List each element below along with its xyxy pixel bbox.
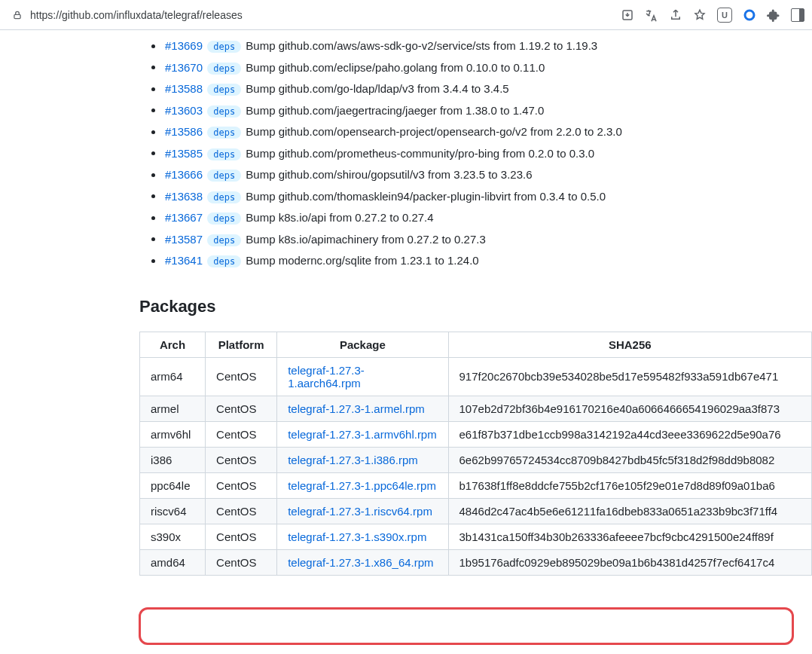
- changelog-list: #13669 deps Bump github.com/aws/aws-sdk-…: [165, 38, 812, 270]
- changelog-item: #13638 deps Bump github.com/thomasklein9…: [165, 188, 812, 206]
- extension-icon[interactable]: [743, 8, 756, 22]
- package-download-link[interactable]: telegraf-1.27.3-1.s390x.rpm: [288, 530, 426, 543]
- cell-sha256: 6e62b99765724534cc8709b8427bdb45fc5f318d…: [448, 447, 811, 472]
- cell-arch: armv6hl: [140, 421, 206, 447]
- changelog-item: #13587 deps Bump k8s.io/apimachinery fro…: [165, 231, 812, 249]
- table-row: ppc64leCentOStelegraf-1.27.3-1.ppc64le.r…: [140, 472, 812, 498]
- address-bar-url[interactable]: https://github.com/influxdata/telegraf/r…: [29, 9, 615, 21]
- changelog-item: #13603 deps Bump github.com/jaegertracin…: [165, 102, 812, 120]
- cell-platform: CentOS: [206, 421, 277, 447]
- cell-sha256: 1b95176adfc0929eb895029be09a1b6b4381d425…: [448, 549, 811, 575]
- deps-tag: deps: [207, 105, 241, 118]
- changelog-item: #13670 deps Bump github.com/eclipse/paho…: [165, 60, 812, 77]
- changelog-text: Bump k8s.io/api from 0.27.2 to 0.27.4: [243, 211, 433, 224]
- cell-package: telegraf-1.27.3-1.x86_64.rpm: [277, 549, 448, 575]
- issue-link[interactable]: #13587: [165, 233, 203, 246]
- deps-tag: deps: [207, 255, 241, 267]
- changelog-text: Bump github.com/opensearch-project/opens…: [243, 125, 622, 138]
- changelog-text: Bump github.com/prometheus-community/pro…: [243, 147, 594, 160]
- changelog-text: Bump github.com/eclipse/paho.golang from…: [243, 61, 545, 74]
- cell-package: telegraf-1.27.3-1.aarch64.rpm: [277, 357, 448, 396]
- cell-sha256: e61f87b371dbe1ccb998a3142192a44cd3eee336…: [448, 421, 811, 447]
- table-row: armelCentOStelegraf-1.27.3-1.armel.rpm10…: [140, 396, 812, 421]
- issue-link[interactable]: #13585: [165, 147, 203, 160]
- issue-link[interactable]: #13667: [165, 211, 203, 224]
- bookmark-star-icon[interactable]: [693, 8, 707, 22]
- deps-tag: deps: [207, 63, 241, 75]
- issue-link[interactable]: #13638: [165, 190, 203, 203]
- cell-sha256: 3b1431ca150ff34b30b263336afeeee7bcf9cbc4…: [448, 524, 811, 549]
- deps-tag: deps: [207, 212, 241, 225]
- col-platform: Platform: [206, 332, 277, 357]
- cell-package: telegraf-1.27.3-1.ppc64le.rpm: [277, 472, 448, 498]
- package-download-link[interactable]: telegraf-1.27.3-1.armv6hl.rpm: [288, 428, 437, 441]
- cell-platform: CentOS: [206, 447, 277, 472]
- package-download-link[interactable]: telegraf-1.27.3-1.armel.rpm: [288, 402, 425, 415]
- left-rail-spacer: [0, 30, 139, 591]
- issue-link[interactable]: #13641: [165, 254, 203, 267]
- package-download-link[interactable]: telegraf-1.27.3-1.ppc64le.rpm: [288, 479, 436, 492]
- changelog-text: Bump github.com/aws/aws-sdk-go-v2/servic…: [243, 39, 597, 52]
- svg-point-2: [745, 11, 754, 20]
- changelog-text: Bump github.com/thomasklein94/packer-plu…: [243, 190, 606, 203]
- issue-link[interactable]: #13603: [165, 104, 203, 117]
- changelog-text: Bump github.com/shirou/gopsutil/v3 from …: [243, 168, 532, 181]
- cell-platform: CentOS: [206, 472, 277, 498]
- extension-ublock-icon[interactable]: U: [717, 8, 732, 23]
- cell-package: telegraf-1.27.3-1.armel.rpm: [277, 396, 448, 421]
- issue-link[interactable]: #13586: [165, 125, 203, 138]
- package-download-link[interactable]: telegraf-1.27.3-1.i386.rpm: [288, 454, 418, 466]
- extensions-puzzle-icon[interactable]: [767, 8, 780, 22]
- changelog-text: Bump modernc.org/sqlite from 1.23.1 to 1…: [243, 254, 479, 267]
- table-row: i386CentOStelegraf-1.27.3-1.i386.rpm6e62…: [140, 447, 812, 472]
- table-row: armv6hlCentOStelegraf-1.27.3-1.armv6hl.r…: [140, 421, 812, 447]
- changelog-item: #13585 deps Bump github.com/prometheus-c…: [165, 145, 812, 163]
- packages-table: Arch Platform Package SHA256 arm64CentOS…: [139, 332, 812, 576]
- changelog-item: #13666 deps Bump github.com/shirou/gopsu…: [165, 167, 812, 184]
- cell-arch: ppc64le: [140, 472, 206, 498]
- svg-rect-0: [14, 14, 20, 18]
- col-package: Package: [277, 332, 448, 357]
- cell-arch: s390x: [140, 524, 206, 549]
- release-body: #13669 deps Bump github.com/aws/aws-sdk-…: [139, 30, 812, 591]
- package-download-link[interactable]: telegraf-1.27.3-1.aarch64.rpm: [288, 364, 365, 390]
- package-download-link[interactable]: telegraf-1.27.3-1.x86_64.rpm: [288, 556, 433, 569]
- install-app-icon[interactable]: [621, 8, 634, 22]
- table-row: amd64CentOStelegraf-1.27.3-1.x86_64.rpm1…: [140, 549, 812, 575]
- cell-arch: arm64: [140, 357, 206, 396]
- cell-arch: i386: [140, 447, 206, 472]
- changelog-item: #13586 deps Bump github.com/opensearch-p…: [165, 124, 812, 141]
- cell-package: telegraf-1.27.3-1.i386.rpm: [277, 447, 448, 472]
- deps-tag: deps: [207, 234, 241, 246]
- share-icon[interactable]: [669, 8, 682, 22]
- browser-address-bar: https://github.com/influxdata/telegraf/r…: [0, 0, 812, 30]
- package-download-link[interactable]: telegraf-1.27.3-1.riscv64.rpm: [288, 505, 432, 518]
- changelog-text: Bump k8s.io/apimachinery from 0.27.2 to …: [243, 233, 486, 246]
- issue-link[interactable]: #13670: [165, 61, 203, 74]
- changelog-text: Bump github.com/go-ldap/ldap/v3 from 3.4…: [243, 82, 509, 95]
- issue-link[interactable]: #13666: [165, 168, 203, 181]
- cell-sha256: b17638f1ff8e8ddcfe755b2cf176e105f29e01e7…: [448, 472, 811, 498]
- table-row: riscv64CentOStelegraf-1.27.3-1.riscv64.r…: [140, 498, 812, 524]
- lock-icon: [12, 10, 23, 20]
- table-row: s390xCentOStelegraf-1.27.3-1.s390x.rpm3b…: [140, 524, 812, 549]
- translate-icon[interactable]: [645, 8, 658, 22]
- cell-sha256: 107eb2d72bf36b4e916170216e40a60664666541…: [448, 396, 811, 421]
- cell-platform: CentOS: [206, 549, 277, 575]
- deps-tag: deps: [207, 170, 241, 182]
- cell-package: telegraf-1.27.3-1.armv6hl.rpm: [277, 421, 448, 447]
- cell-platform: CentOS: [206, 498, 277, 524]
- issue-link[interactable]: #13588: [165, 82, 203, 95]
- changelog-item: #13641 deps Bump modernc.org/sqlite from…: [165, 252, 812, 270]
- changelog-text: Bump github.com/jaegertracing/jaeger fro…: [243, 104, 544, 117]
- deps-tag: deps: [207, 148, 241, 160]
- deps-tag: deps: [207, 191, 241, 203]
- deps-tag: deps: [207, 84, 241, 96]
- col-arch: Arch: [140, 332, 206, 357]
- issue-link[interactable]: #13669: [165, 39, 203, 52]
- side-panel-icon[interactable]: [791, 8, 804, 22]
- deps-tag: deps: [207, 127, 241, 139]
- cell-arch: armel: [140, 396, 206, 421]
- cell-platform: CentOS: [206, 357, 277, 396]
- cell-platform: CentOS: [206, 396, 277, 421]
